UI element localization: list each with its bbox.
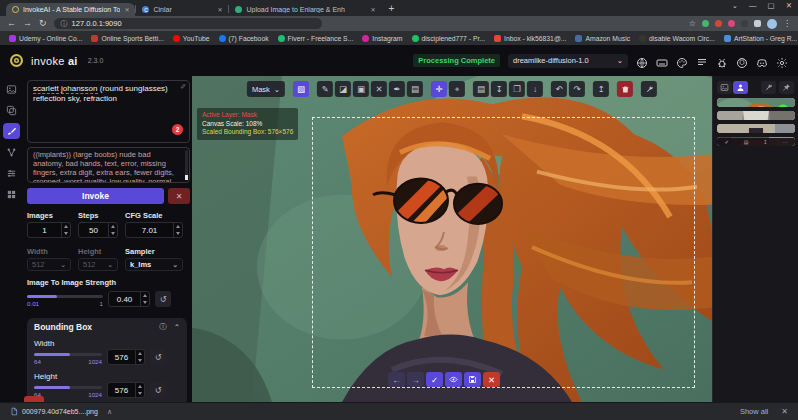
prompt-input[interactable]: scarlett johansson (round sunglasses) re… bbox=[28, 81, 189, 142]
collapse-chevron-icon[interactable]: ⌃ bbox=[174, 323, 180, 332]
canvas-bounding-box[interactable] bbox=[312, 117, 695, 388]
tab-upload-image[interactable]: Upload Image to Enlarge & Enh ✕ bbox=[229, 3, 381, 16]
discord-icon[interactable] bbox=[756, 55, 768, 67]
sampler-select[interactable]: k_lms⌄ bbox=[125, 258, 183, 271]
tab-search-icon[interactable]: ⌄ bbox=[732, 1, 738, 10]
scrollbar[interactable] bbox=[185, 150, 188, 180]
profile-avatar[interactable] bbox=[767, 19, 777, 29]
stepper[interactable] bbox=[135, 383, 144, 397]
previous-image-button[interactable]: ← bbox=[388, 372, 405, 387]
tab-invokeai[interactable]: InvokeAI - A Stable Diffusion To ✕ bbox=[6, 3, 135, 16]
save-staging-button[interactable] bbox=[464, 372, 481, 387]
github-icon[interactable] bbox=[736, 55, 748, 67]
bookmark-item[interactable]: Instagram bbox=[362, 35, 402, 42]
stepper[interactable] bbox=[173, 223, 182, 237]
extension-icon[interactable] bbox=[728, 20, 735, 27]
tab-cinlar[interactable]: C Cinlar ✕ bbox=[136, 3, 228, 16]
bbox-width-slider[interactable]: 641024 bbox=[34, 349, 102, 365]
forward-button[interactable]: → bbox=[23, 19, 32, 28]
stepper[interactable] bbox=[140, 292, 149, 306]
i2i-reset-button[interactable]: ↺ bbox=[155, 291, 171, 307]
window-close-button[interactable]: ✕ bbox=[786, 1, 792, 10]
bookmark-item[interactable]: Amazon Music bbox=[575, 35, 630, 42]
bbox-width-input[interactable]: 576 bbox=[107, 349, 145, 365]
thumbnail-action-icon[interactable]: ↧ bbox=[763, 139, 767, 145]
extensions-puzzle-icon[interactable] bbox=[754, 20, 761, 27]
thumbnail-action-icon[interactable]: ✐ bbox=[724, 139, 728, 145]
fill-bounding-box-button[interactable]: ▣ bbox=[353, 81, 369, 97]
thumbnail-action-icon[interactable]: ▤ bbox=[744, 139, 749, 145]
bookmark-item[interactable]: Fiverr - Freelance S... bbox=[278, 35, 354, 42]
toggle-visibility-button[interactable] bbox=[445, 372, 462, 387]
i2i-strength-input[interactable]: 0.40 bbox=[108, 291, 150, 307]
negative-prompt-input[interactable]: ((implants)) (large boobs) nude bad anat… bbox=[27, 147, 190, 183]
stepper[interactable] bbox=[108, 223, 117, 237]
save-to-gallery-button[interactable]: ↧ bbox=[491, 81, 507, 97]
bbox-height-slider[interactable]: 641024 bbox=[34, 382, 102, 398]
back-button[interactable]: ← bbox=[7, 19, 16, 28]
download-item[interactable]: 000979.40d74eb5....png ∧ bbox=[10, 407, 112, 416]
bookmark-item[interactable]: YouTube bbox=[173, 35, 210, 42]
i2i-strength-slider[interactable]: 0.011 bbox=[27, 291, 103, 307]
info-icon[interactable]: ⓘ bbox=[159, 322, 167, 332]
browser-menu-icon[interactable]: ⋮ bbox=[783, 19, 791, 28]
cancel-button[interactable]: ✕ bbox=[168, 188, 190, 204]
bookmark-item[interactable]: Inbox - klk56831@... bbox=[494, 35, 566, 42]
gallery-thumbnail-selected[interactable] bbox=[717, 98, 795, 107]
unified-canvas[interactable]: Mask ⌄ ▧ ✎ ◪ ▣ ✕ ✒ ▤ ✛ ⌖ ▤ ↧ ❐ ↓ ↶ bbox=[192, 76, 712, 402]
extension-icon[interactable] bbox=[702, 20, 709, 27]
discard-image-button[interactable]: ✕ bbox=[483, 372, 500, 387]
model-select[interactable]: dreamlike-diffusion-1.0 ⌄ bbox=[508, 54, 628, 68]
tab-close-icon[interactable]: ✕ bbox=[217, 6, 222, 13]
mask-options-button[interactable]: ▤ bbox=[407, 81, 423, 97]
tab-close-icon[interactable]: ✕ bbox=[370, 6, 375, 13]
bookmark-item[interactable]: Udemy - Online Co... bbox=[9, 35, 82, 42]
minimize-button[interactable]: — bbox=[749, 1, 757, 10]
height-select[interactable]: 512⌄ bbox=[78, 258, 118, 271]
bookmark-item[interactable]: ArtStation - Greg R... bbox=[724, 35, 797, 42]
layer-select[interactable]: Mask ⌄ bbox=[247, 81, 285, 97]
cfg-scale-input[interactable]: 7.01 bbox=[125, 222, 183, 238]
clear-canvas-button[interactable] bbox=[617, 81, 633, 97]
stepper[interactable] bbox=[135, 350, 144, 364]
color-picker-button[interactable]: ✒ bbox=[389, 81, 405, 97]
theme-icon[interactable] bbox=[676, 55, 688, 67]
bookmark-item[interactable]: disable Wacom Circ... bbox=[639, 35, 715, 42]
steps-input[interactable]: 50 bbox=[78, 222, 118, 238]
gallery-pin-icon[interactable] bbox=[779, 81, 794, 94]
download-image-button[interactable]: ↓ bbox=[527, 81, 543, 97]
bookmark-item[interactable]: disciplened777 - Pr... bbox=[412, 35, 485, 42]
move-tool-button[interactable]: ✛ bbox=[431, 81, 447, 97]
gallery-thumbnail[interactable]: ✐ ▤ ↧ ⋯ bbox=[717, 137, 795, 146]
width-select[interactable]: 512⌄ bbox=[27, 258, 71, 271]
new-tab-button[interactable]: + bbox=[388, 3, 394, 15]
upload-button[interactable]: ↥ bbox=[593, 81, 609, 97]
invoke-button[interactable]: Invoke bbox=[27, 188, 164, 204]
tab-nodes[interactable] bbox=[3, 144, 20, 160]
report-bug-icon[interactable] bbox=[716, 55, 728, 67]
bbox-width-reset-button[interactable]: ↺ bbox=[150, 349, 166, 365]
stepper[interactable] bbox=[61, 223, 70, 237]
bbox-height-reset-button[interactable]: ↺ bbox=[150, 382, 166, 398]
next-image-button[interactable]: → bbox=[407, 372, 424, 387]
hotkeys-icon[interactable] bbox=[656, 55, 668, 67]
brush-tool-button[interactable]: ✎ bbox=[317, 81, 333, 97]
address-bar[interactable]: ⓘ 127.0.0.1:9090 bbox=[54, 18, 322, 29]
settings-gear-icon[interactable] bbox=[776, 55, 788, 67]
gallery-settings-icon[interactable] bbox=[761, 81, 776, 94]
gallery-thumbnail[interactable] bbox=[717, 111, 795, 120]
undo-button[interactable]: ↶ bbox=[551, 81, 567, 97]
images-input[interactable]: 1 bbox=[27, 222, 71, 238]
tab-text-to-image[interactable] bbox=[3, 81, 20, 97]
gallery-thumbnail[interactable] bbox=[717, 124, 795, 133]
download-expand-icon[interactable]: ∧ bbox=[107, 408, 112, 416]
reset-view-button[interactable]: ⌖ bbox=[449, 81, 465, 97]
tab-unified-canvas[interactable] bbox=[3, 123, 20, 139]
erase-bounding-box-button[interactable]: ✕ bbox=[371, 81, 387, 97]
gallery-assets-tab[interactable] bbox=[733, 81, 748, 94]
bookmark-item[interactable]: (7) Facebook bbox=[219, 35, 269, 42]
show-all-downloads-link[interactable]: Show all bbox=[740, 407, 768, 416]
prompt-pin-icon[interactable]: ✐ bbox=[180, 83, 186, 91]
eraser-tool-button[interactable]: ◪ bbox=[335, 81, 351, 97]
language-icon[interactable] bbox=[636, 55, 648, 67]
